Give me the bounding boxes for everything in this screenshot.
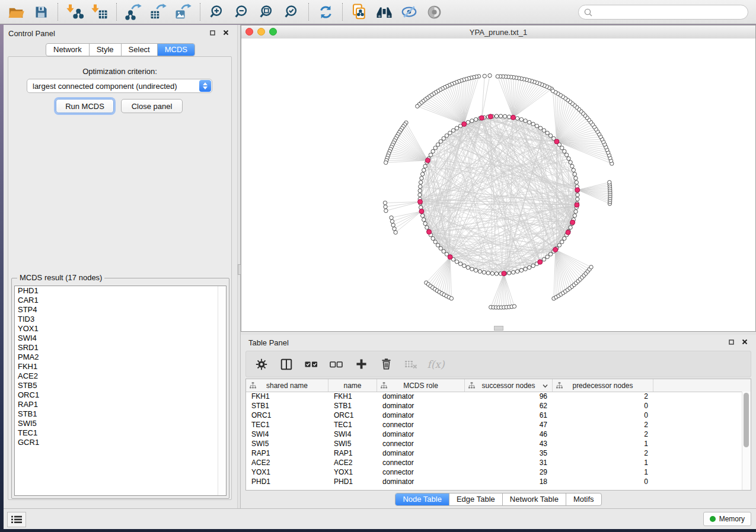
export-network-button[interactable] — [121, 1, 146, 23]
search-binoculars-button[interactable] — [372, 1, 397, 23]
run-mcds-button[interactable]: Run MCDS — [56, 99, 114, 113]
mcds-result-item[interactable]: STB1 — [15, 409, 226, 419]
zoom-out-icon — [234, 4, 251, 21]
float-panel-icon[interactable] — [208, 28, 216, 37]
zoom-out-button[interactable] — [229, 1, 254, 23]
mcds-result-item[interactable]: GCR1 — [15, 438, 226, 447]
table-row-SWI5[interactable]: SWI5SWI5connector431 — [246, 439, 742, 448]
tab-network[interactable]: Network — [46, 44, 90, 56]
table-row-RAP1[interactable]: RAP1RAP1dominator352 — [246, 448, 742, 458]
network-canvas[interactable] — [241, 39, 755, 331]
tab-node-table[interactable]: Node Table — [395, 493, 449, 505]
column-header-shared-name[interactable]: shared name — [246, 379, 328, 392]
tab-style[interactable]: Style — [90, 44, 122, 56]
import-network-button[interactable] — [62, 1, 87, 23]
cell-successor-nodes: 46 — [465, 430, 553, 438]
open-folder-icon — [7, 3, 25, 21]
refresh-button[interactable] — [313, 1, 338, 23]
column-header-name[interactable]: name — [328, 379, 377, 392]
task-history-button[interactable] — [7, 512, 26, 527]
function-builder-button[interactable]: f(x) — [428, 357, 444, 372]
float-panel-icon[interactable] — [727, 338, 735, 346]
mcds-result-item[interactable]: ORC1 — [15, 390, 226, 400]
mcds-result-title: MCDS result (17 nodes) — [17, 273, 104, 282]
mcds-result-item[interactable]: STP4 — [15, 305, 226, 315]
optimization-criterion-select[interactable]: largest connected component (undirected) — [27, 79, 212, 93]
gear-icon — [255, 358, 268, 371]
close-window-icon[interactable] — [245, 28, 253, 36]
mcds-result-item[interactable]: TEC1 — [15, 428, 226, 438]
import-table-button[interactable] — [87, 1, 112, 23]
column-header-MCDS-role[interactable]: MCDS role — [377, 379, 465, 392]
mcds-result-item[interactable]: CAR1 — [15, 296, 226, 305]
export-table-button[interactable] — [146, 1, 171, 23]
column-header-successor-nodes[interactable]: successor nodes — [465, 379, 553, 392]
toolbar-separator — [308, 3, 309, 21]
tab-edge-table[interactable]: Edge Table — [449, 493, 503, 505]
save-floppy-icon — [33, 4, 49, 20]
zoom-in-button[interactable] — [205, 1, 229, 23]
close-panel-icon[interactable] — [222, 28, 230, 37]
table-header-row: shared namenameMCDS rolesuccessor nodesp… — [246, 379, 751, 392]
mcds-result-item[interactable]: PHD1 — [15, 286, 226, 296]
hide-graphics-details-button[interactable] — [397, 1, 422, 23]
table-row-PHD1[interactable]: PHD1PHD1dominator180 — [246, 477, 742, 486]
mcds-result-item[interactable]: FKH1 — [15, 362, 226, 371]
import-network-icon — [66, 3, 84, 21]
attribute-tree-icon — [381, 382, 387, 389]
settings-gear-button[interactable] — [254, 357, 269, 372]
mcds-result-list[interactable]: PHD1CAR1STP4TID3YOX1SWI4SRD1PMA2FKH1ACE2… — [14, 286, 227, 496]
columns-icon — [280, 358, 293, 371]
clone-network-button[interactable] — [347, 1, 372, 23]
add-column-button[interactable] — [353, 357, 369, 372]
network-view-titlebar[interactable]: YPA_prune.txt_1 — [241, 25, 755, 39]
open-session-button[interactable] — [4, 1, 28, 23]
mcds-result-item[interactable]: RAP1 — [15, 400, 226, 409]
network-view-title: YPA_prune.txt_1 — [470, 28, 527, 37]
mcds-result-item[interactable]: YOX1 — [15, 324, 226, 334]
column-header-predecessor-nodes[interactable]: predecessor nodes — [553, 379, 653, 392]
cell-successor-nodes: 62 — [465, 402, 553, 410]
close-panel-icon[interactable] — [741, 338, 749, 346]
delete-column-button[interactable] — [378, 357, 394, 372]
table-row-SWI4[interactable]: SWI4SWI4dominator462 — [246, 430, 742, 439]
network-graph[interactable] — [241, 39, 755, 331]
mcds-result-item[interactable]: SRD1 — [15, 343, 226, 352]
tab-network-table[interactable]: Network Table — [503, 493, 566, 505]
mcds-result-item[interactable]: PMA2 — [15, 352, 226, 362]
memory-button[interactable]: Memory — [703, 512, 751, 526]
zoom-fit-button[interactable] — [254, 1, 279, 23]
save-session-button[interactable] — [28, 1, 53, 23]
table-row-ORC1[interactable]: ORC1ORC1dominator610 — [246, 411, 742, 420]
splitter-collapse-handle[interactable] — [494, 326, 503, 331]
table-row-ACE2[interactable]: ACE2ACE2connector311 — [246, 458, 742, 467]
mcds-result-item[interactable]: SWI5 — [15, 419, 226, 428]
export-image-button[interactable] — [171, 1, 196, 23]
delete-table-button[interactable] — [403, 357, 419, 372]
minimize-window-icon[interactable] — [257, 28, 265, 36]
table-row-YOX1[interactable]: YOX1YOX1connector291 — [246, 467, 742, 477]
close-panel-button[interactable]: Close panel — [121, 99, 183, 113]
search-input[interactable] — [593, 7, 738, 17]
table-row-TEC1[interactable]: TEC1TEC1connector472 — [246, 420, 742, 430]
network-search-box[interactable] — [578, 5, 748, 20]
maximize-window-icon[interactable] — [269, 28, 277, 36]
select-all-button[interactable] — [304, 357, 319, 372]
show-graphics-details-button[interactable] — [422, 1, 446, 23]
mcds-result-item[interactable]: ACE2 — [15, 371, 226, 381]
show-column-button[interactable] — [279, 357, 294, 372]
zoom-selected-button[interactable] — [279, 1, 304, 23]
list-scrollbar[interactable] — [218, 286, 226, 495]
mcds-result-item[interactable]: SWI4 — [15, 334, 226, 343]
scrollbar-thumb[interactable] — [744, 393, 749, 447]
table-scrollbar[interactable] — [742, 392, 751, 490]
deselect-all-button[interactable] — [328, 357, 344, 372]
tab-motifs[interactable]: Motifs — [566, 493, 601, 505]
table-row-FKH1[interactable]: FKH1FKH1dominator962 — [246, 392, 742, 401]
tab-select[interactable]: Select — [122, 44, 158, 56]
mcds-result-item[interactable]: STB5 — [15, 381, 226, 390]
table-row-STB1[interactable]: STB1STB1dominator620 — [246, 401, 742, 411]
mcds-result-item[interactable]: TID3 — [15, 315, 226, 324]
toolbar-separator — [200, 3, 200, 21]
tab-mcds[interactable]: MCDS — [158, 44, 194, 56]
